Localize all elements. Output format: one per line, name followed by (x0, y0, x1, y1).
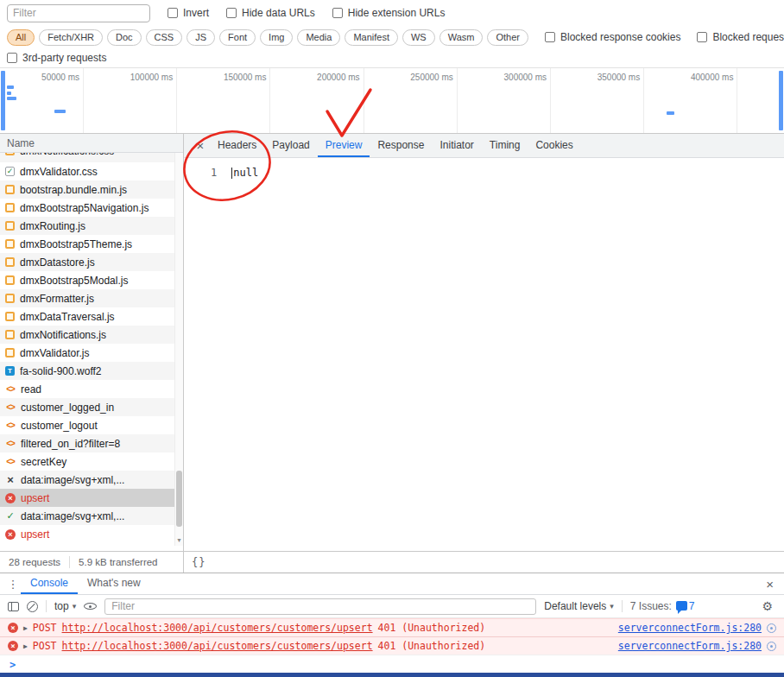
request-row[interactable]: ×upsert (0, 489, 183, 507)
source-link[interactable]: serverconnectForm.js:280 (618, 622, 762, 634)
detail-tab-headers[interactable]: Headers (210, 134, 264, 157)
request-row[interactable]: Tfa-solid-900.woff2 (0, 362, 183, 380)
timeline-tick-label: 350000 ms (579, 73, 640, 82)
error-icon: × (8, 641, 18, 651)
type-filter-wasm[interactable]: Wasm (439, 29, 484, 46)
request-url-link[interactable]: http://localhost:3000/api/customers/cust… (62, 640, 373, 652)
request-name: read (21, 383, 41, 395)
live-expression-eye-icon[interactable] (84, 600, 97, 612)
console-filter-input[interactable] (104, 598, 536, 615)
source-link[interactable]: serverconnectForm.js:280 (618, 640, 762, 652)
expand-triangle-icon[interactable]: ▶ (23, 624, 28, 632)
third-party-requests-label: 3rd-party requests (22, 52, 106, 64)
request-row[interactable]: ✓dmxValidator.css (0, 162, 183, 180)
request-row[interactable]: <>filtered_on_id?filter=8 (0, 434, 183, 452)
timeline-gridline (737, 68, 737, 133)
type-filter-doc[interactable]: Doc (107, 29, 142, 46)
request-name: dmxNotifications.js (20, 329, 106, 341)
expand-triangle-icon[interactable]: ▶ (23, 642, 28, 650)
request-row[interactable]: dmxBootstrap5Modal.js (0, 271, 183, 289)
hide-data-urls-checkbox[interactable]: Hide data URLs (226, 7, 315, 19)
detail-tab-preview[interactable]: Preview (318, 134, 370, 157)
request-row[interactable]: dmxNotifications.css (0, 153, 183, 162)
issues-counter[interactable]: 7 Issues: 7 (630, 600, 695, 612)
request-row[interactable]: dmxBootstrap5Theme.js (0, 235, 183, 253)
checkbox-icon (332, 8, 343, 18)
request-row[interactable]: dmxRouting.js (0, 217, 183, 235)
detail-tab-cookies[interactable]: Cookies (528, 134, 580, 157)
hide-extension-urls-label: Hide extension URLs (348, 7, 446, 19)
request-list-scrollbar[interactable]: ▼ (174, 153, 183, 546)
timeline-tick-label: 150000 ms (205, 73, 266, 82)
invert-checkbox[interactable]: Invert (168, 7, 209, 19)
scrollbar-thumb[interactable] (176, 471, 182, 527)
network-status-bar: 28 requests 5.9 kB transferred {} (0, 551, 784, 573)
request-row[interactable]: ✓data:image/svg+xml,... (0, 507, 183, 525)
timeline-tick-label: 200000 ms (300, 73, 360, 82)
request-row[interactable]: dmxDataTraversal.js (0, 307, 183, 326)
blocked-response-cookies-checkbox[interactable]: Blocked response cookies (545, 31, 680, 43)
type-filter-ws[interactable]: WS (402, 29, 435, 46)
request-name: customer_logout (21, 420, 98, 432)
type-filter-other[interactable]: Other (487, 29, 528, 46)
request-row[interactable]: dmxNotifications.js (0, 326, 183, 344)
request-row[interactable]: dmxValidator.js (0, 344, 183, 362)
timeline-tick-label: 400000 ms (673, 73, 733, 82)
request-row[interactable]: ×upsert (0, 525, 183, 543)
tab-whats-new[interactable]: What's new (78, 573, 150, 594)
gear-icon[interactable]: ⚙ (758, 599, 776, 613)
request-row[interactable]: dmxBootstrap5Navigation.js (0, 199, 183, 217)
type-filter-font[interactable]: Font (219, 29, 256, 46)
clear-console-icon[interactable] (27, 601, 38, 612)
request-row[interactable]: <>customer_logout (0, 416, 183, 434)
type-filter-manifest[interactable]: Manifest (345, 29, 398, 46)
scroll-down-arrow-icon[interactable]: ▼ (175, 535, 183, 546)
chevron-down-icon: ▾ (73, 602, 77, 611)
close-drawer-icon[interactable]: × (761, 573, 779, 594)
type-filter-media[interactable]: Media (297, 29, 340, 46)
timeline-activity-bar (7, 92, 11, 95)
detail-tab-initiator[interactable]: Initiator (432, 134, 481, 157)
request-name: upsert (21, 492, 49, 504)
request-row[interactable]: <>secretKey (0, 452, 183, 471)
type-filter-js[interactable]: JS (187, 29, 215, 46)
type-filter-all[interactable]: All (7, 29, 35, 46)
kebab-menu-icon[interactable]: ⋮ (5, 573, 21, 594)
console-prompt[interactable]: > (0, 655, 784, 674)
request-row[interactable]: <>read (0, 380, 183, 398)
request-row[interactable]: <>customer_logged_in (0, 398, 183, 416)
issues-label: 7 Issues: (630, 600, 672, 612)
network-overview-timeline[interactable]: 50000 ms100000 ms150000 ms200000 ms25000… (0, 67, 784, 134)
third-party-requests-checkbox[interactable]: 3rd-party requests (7, 52, 106, 64)
preview-line-number: 1 (211, 167, 217, 179)
braces-icon[interactable]: {} (192, 556, 205, 568)
console-sidebar-icon[interactable] (8, 602, 19, 611)
network-filter-input[interactable] (7, 4, 150, 22)
hide-extension-urls-checkbox[interactable]: Hide extension URLs (332, 7, 446, 19)
tab-console[interactable]: Console (21, 573, 78, 594)
detail-tab-payload[interactable]: Payload (264, 134, 317, 157)
network-main-area: Name dmxNotifications.css✓dmxValidator.c… (0, 134, 784, 551)
request-row[interactable]: bootstrap.bundle.min.js (0, 180, 183, 199)
type-filter-fetch-xhr[interactable]: Fetch/XHR (39, 29, 103, 46)
request-name: customer_logged_in (21, 402, 114, 414)
type-filter-img[interactable]: Img (260, 29, 293, 46)
log-levels-selector[interactable]: Default levels ▾ (544, 600, 614, 612)
request-row[interactable]: dmxDatastore.js (0, 253, 183, 271)
request-url-link[interactable]: http://localhost:3000/api/customers/cust… (62, 622, 373, 634)
console-error-row: ×▶POSThttp://localhost:3000/api/customer… (0, 618, 784, 636)
detail-tab-timing[interactable]: Timing (482, 134, 528, 157)
script-icon (5, 275, 15, 285)
overview-right-handle[interactable] (779, 71, 783, 130)
name-column-header[interactable]: Name (0, 134, 183, 153)
request-list-panel: Name dmxNotifications.css✓dmxValidator.c… (0, 134, 184, 551)
request-row[interactable]: dmxFormatter.js (0, 289, 183, 307)
overview-left-handle[interactable] (1, 71, 5, 130)
request-name: dmxValidator.css (20, 166, 98, 178)
type-filter-css[interactable]: CSS (146, 29, 183, 46)
context-selector[interactable]: top ▾ (54, 600, 76, 612)
request-row[interactable]: ×data:image/svg+xml,... (0, 471, 183, 489)
detail-tab-response[interactable]: Response (370, 134, 432, 157)
blocked-requests-checkbox[interactable]: Blocked requests (697, 31, 784, 43)
close-detail-icon[interactable]: × (191, 134, 210, 157)
